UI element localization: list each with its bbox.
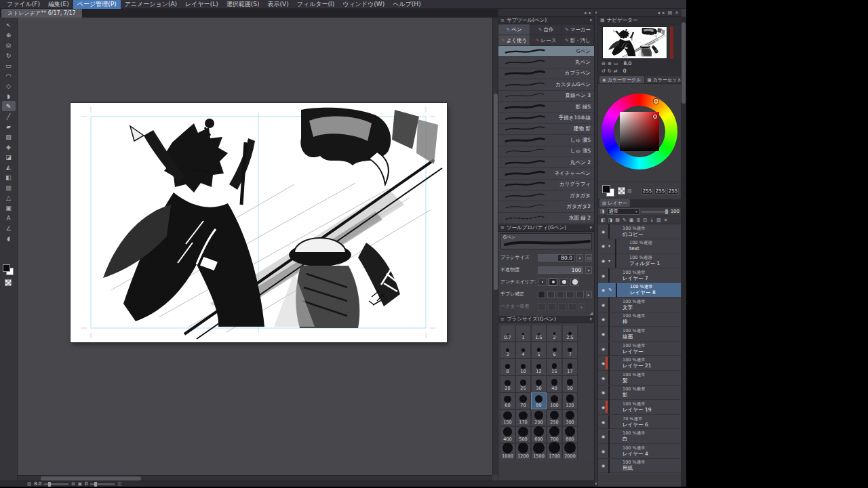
brush-item[interactable]: 丸ペン bbox=[498, 57, 594, 68]
layer-row[interactable]: ◉ ✎ ▾ 100 %通常 レイヤー 19 bbox=[598, 400, 682, 415]
brush-size-cell[interactable]: 5 bbox=[531, 342, 547, 359]
brush-size-cell[interactable]: 20 bbox=[500, 375, 515, 392]
dock-right-arrow-icon[interactable]: ▸ bbox=[589, 10, 591, 16]
aa-middle-button[interactable] bbox=[559, 278, 568, 286]
brush-item[interactable]: ガタガタ bbox=[498, 190, 594, 201]
brush-size-cell[interactable]: 100 bbox=[547, 392, 562, 409]
brush-size-cell[interactable]: 700 bbox=[547, 426, 562, 443]
visibility-eye-icon[interactable]: ◉ bbox=[600, 449, 606, 453]
layer-thumbnail[interactable] bbox=[608, 371, 610, 385]
tab-color-circle[interactable]: ◉ カラーサークル bbox=[599, 76, 644, 83]
dock-close-icon[interactable]: ✕ bbox=[675, 10, 679, 16]
aa-strong-button[interactable] bbox=[570, 278, 579, 286]
dock-left-arrow-icon[interactable]: ◂ bbox=[657, 10, 660, 16]
brush-item[interactable]: カブラペン bbox=[498, 68, 594, 79]
brush-item[interactable]: 直線ペン 3 bbox=[498, 91, 594, 102]
visibility-eye-icon[interactable]: ◉ bbox=[600, 346, 606, 351]
status-fit-icon[interactable]: ⊞ bbox=[71, 481, 75, 487]
layer-row[interactable]: ◉ ✎ ▾ 100 %通常 白 bbox=[598, 429, 682, 444]
panel-menu-icon[interactable]: ≡ bbox=[500, 317, 505, 322]
brush-size-cell[interactable]: 1.5 bbox=[531, 325, 547, 342]
brush-item[interactable]: カスタムGペン bbox=[498, 79, 594, 90]
stabilization-step[interactable] bbox=[538, 291, 545, 298]
tool-figure[interactable]: △ bbox=[2, 192, 16, 203]
layer-thumbnail[interactable] bbox=[608, 357, 610, 371]
layer-row[interactable]: ◉ ✎ ▾ 100 %通常 レイヤー 21 bbox=[598, 356, 682, 371]
subtool-group-tab[interactable]: ✎ レース bbox=[530, 35, 562, 45]
document-tab[interactable]: ストレンヂア** 6/17, 7/17 bbox=[1, 9, 82, 18]
layer-thumbnail[interactable] bbox=[615, 253, 616, 268]
stabilization-step[interactable] bbox=[566, 291, 574, 298]
layer-thumbnail[interactable] bbox=[608, 327, 610, 341]
visibility-eye-icon[interactable]: ◉ bbox=[600, 434, 606, 439]
menu-item[interactable]: 選択範囲(S) bbox=[222, 0, 264, 9]
vector-snap-step[interactable] bbox=[558, 303, 566, 310]
brush-size-cell[interactable]: 50 bbox=[562, 375, 578, 392]
layer-command-icon[interactable]: ◧ bbox=[601, 218, 606, 223]
brush-size-cell[interactable]: 3 bbox=[500, 342, 515, 359]
layer-row[interactable]: ◉ ✎ ▾ 100 %通常 レイヤー 8 bbox=[598, 283, 682, 298]
panel-menu-icon[interactable]: ≡ bbox=[500, 18, 505, 23]
brush-size-cell[interactable]: 0.7 bbox=[500, 325, 515, 342]
nav-rotate-icon[interactable]: ⇄ bbox=[614, 68, 618, 74]
brush-size-cell[interactable]: 2000 bbox=[562, 443, 578, 460]
stabilization-step[interactable] bbox=[576, 291, 584, 298]
nav-rotate-icon[interactable]: ↻ bbox=[608, 68, 612, 74]
blend-mode-select[interactable]: 通常 ▾ bbox=[607, 208, 639, 215]
layer-row[interactable]: ◉ ✎ ▾ 100 %通常 用紙 bbox=[598, 459, 682, 474]
brush-size-cell[interactable]: 600 bbox=[531, 426, 547, 443]
tool-gradient[interactable]: ▥ bbox=[2, 182, 16, 192]
visibility-eye-icon[interactable]: ◉ bbox=[600, 302, 606, 307]
main-color-swatch[interactable] bbox=[602, 185, 610, 193]
menu-item[interactable]: ヘルプ(H) bbox=[389, 0, 425, 9]
layer-row[interactable]: ◉ ✎ ▾ 100 %通常 レイヤー 7 bbox=[598, 268, 682, 283]
vector-snap-more-icon[interactable]: ▸ bbox=[578, 303, 585, 310]
brush-size-cell[interactable]: 12 bbox=[531, 359, 547, 375]
color-slider-toggle-icon[interactable]: ▥ bbox=[627, 188, 632, 194]
dock-left-arrow-icon[interactable]: ◂ bbox=[584, 10, 587, 16]
folder-expand-icon[interactable]: ▾ bbox=[608, 258, 613, 263]
brush-item[interactable]: 影 縁S bbox=[498, 102, 594, 113]
layer-command-icon[interactable]: ↓ bbox=[650, 218, 654, 223]
visibility-eye-icon[interactable]: ◉ bbox=[600, 229, 606, 234]
layer-thumbnail[interactable] bbox=[608, 430, 610, 444]
tool-airbrush[interactable]: ▨ bbox=[2, 131, 16, 142]
visibility-eye-icon[interactable]: ◉ bbox=[600, 317, 606, 321]
brush-size-settings-icon[interactable]: ◫ bbox=[585, 254, 592, 262]
vector-snap-step[interactable] bbox=[568, 303, 576, 310]
layer-thumbnail[interactable] bbox=[608, 268, 610, 283]
layer-row[interactable]: ◉ ✎ ▾ 100 %乗算 影 bbox=[598, 386, 682, 401]
brush-size-cell[interactable]: 60 bbox=[500, 392, 515, 409]
resize-grip-icon[interactable]: ◢ bbox=[589, 310, 593, 316]
tool-fill[interactable]: ◧ bbox=[2, 172, 16, 182]
stabilization-step[interactable] bbox=[557, 291, 564, 298]
subtool-tab[interactable]: ✎ ペン bbox=[498, 24, 530, 35]
visibility-eye-icon[interactable]: ◉ bbox=[600, 273, 606, 278]
menu-item[interactable]: ファイル(F) bbox=[3, 0, 44, 9]
panel-collapse-icon[interactable]: ▾ bbox=[589, 225, 592, 230]
tool-decoration[interactable]: ◈ bbox=[2, 142, 16, 152]
layer-thumbnail[interactable] bbox=[608, 386, 610, 400]
layer-row[interactable]: ◉ ✎ ▾ 100 %通過 フォルダー 1 bbox=[598, 253, 682, 268]
brush-size-cell[interactable]: 8 bbox=[500, 359, 515, 375]
menu-item[interactable]: レイヤー(L) bbox=[181, 0, 222, 9]
main-color-swatch[interactable] bbox=[3, 264, 10, 272]
visibility-eye-icon[interactable]: ◉ bbox=[600, 375, 606, 380]
brush-item[interactable]: 手描き10本線 bbox=[498, 113, 594, 123]
layer-thumbnail[interactable] bbox=[608, 342, 610, 356]
layer-thumbnail[interactable] bbox=[608, 298, 610, 312]
vector-snap-step[interactable] bbox=[548, 303, 556, 310]
nav-rotate-icon[interactable]: ↺ bbox=[601, 68, 606, 74]
layer-command-icon[interactable]: ▣ bbox=[629, 218, 634, 223]
brush-size-cell[interactable]: 250 bbox=[547, 409, 562, 426]
transparent-swatch[interactable] bbox=[618, 187, 625, 195]
brush-item[interactable]: Gペン bbox=[498, 46, 594, 57]
brush-item[interactable]: 建物 影 bbox=[498, 124, 594, 135]
status-reset-icon[interactable]: ◫ bbox=[117, 481, 121, 487]
subtool-tab[interactable]: ✎ マーカー bbox=[562, 24, 594, 35]
brush-item[interactable]: 丸ペン 2 bbox=[498, 157, 594, 168]
brush-size-cell[interactable]: 25 bbox=[515, 375, 531, 392]
brush-size-cell[interactable]: 1500 bbox=[531, 443, 547, 460]
layer-opacity-slider[interactable] bbox=[642, 211, 669, 213]
tool-frame[interactable]: ▣ bbox=[2, 203, 16, 213]
